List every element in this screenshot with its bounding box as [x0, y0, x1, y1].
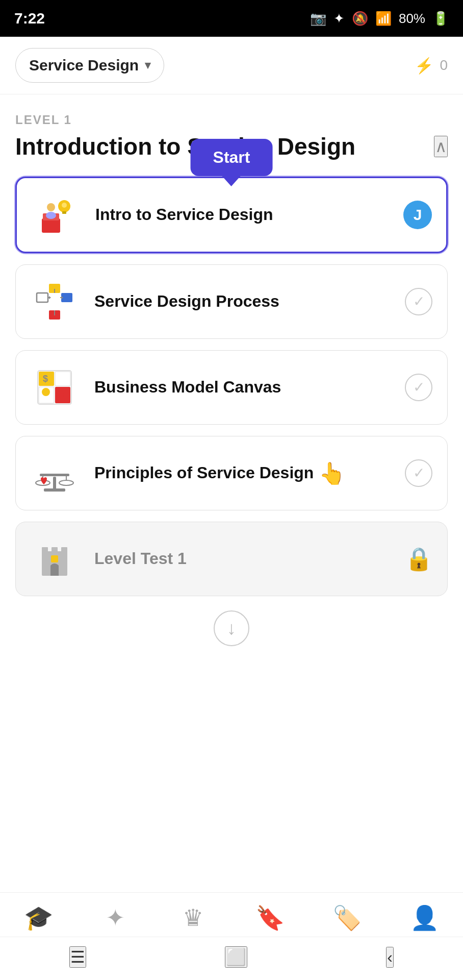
- svg-rect-19: [55, 372, 70, 386]
- header: Service Design ▾ ⚡ 0: [0, 37, 463, 94]
- svg-rect-35: [61, 547, 67, 554]
- flash-icon: ⚡: [415, 57, 433, 75]
- android-nav: ☰ ⬜ ‹: [0, 937, 463, 980]
- lesson-icon-canvas: $: [29, 362, 80, 413]
- profile-icon: 👤: [410, 904, 439, 932]
- lesson-card-canvas[interactable]: $ Business Model Canvas ✓: [15, 350, 448, 425]
- svg-rect-34: [52, 547, 58, 554]
- svg-rect-7: [37, 293, 48, 302]
- achievements-icon: ✦: [106, 904, 125, 932]
- start-tooltip: Start: [191, 139, 273, 176]
- svg-text:$: $: [43, 374, 48, 384]
- chevron-down-icon: ▾: [145, 59, 150, 72]
- lesson-status-principles: ✓: [403, 458, 434, 488]
- lesson-icon-process: [29, 276, 80, 327]
- svg-marker-15: [49, 296, 51, 299]
- svg-point-6: [62, 203, 67, 208]
- collapse-button[interactable]: ∧: [434, 136, 448, 157]
- home-icon: 🎓: [24, 904, 53, 932]
- status-icons: 📷 ✦ 🔕 📶 80% 🔋: [310, 11, 449, 27]
- lesson-status-process: ✓: [403, 286, 434, 317]
- svg-point-30: [59, 480, 73, 485]
- lesson-icon-intro: [30, 189, 81, 240]
- bluetooth-icon: ✦: [333, 11, 345, 27]
- nav-item-profile[interactable]: 👤: [386, 904, 463, 932]
- battery-icon: 🔋: [432, 11, 449, 27]
- bottom-nav: 🎓 ✦ ♛ 🔖 🏷️ 👤: [0, 892, 463, 937]
- wifi-icon: 📶: [375, 11, 392, 27]
- lesson-title-leveltest: Level Test 1: [94, 549, 403, 568]
- level-label: LEVEL 1: [15, 113, 448, 127]
- main-content: LEVEL 1 Introduction to Service Design ∧…: [0, 94, 463, 892]
- camera-icon: 📷: [310, 11, 326, 27]
- lesson-title-intro: Intro to Service Design: [95, 205, 402, 224]
- nav-item-achievements[interactable]: ✦: [77, 904, 154, 932]
- battery-text: 80%: [399, 11, 425, 27]
- svg-rect-3: [62, 211, 66, 214]
- lesson-icon-principles: [29, 448, 80, 499]
- svg-rect-26: [44, 488, 65, 492]
- scroll-hint: ↓: [15, 596, 448, 646]
- nav-item-saved[interactable]: 🔖: [232, 904, 308, 932]
- status-bar: 7:22 📷 ✦ 🔕 📶 80% 🔋: [0, 0, 463, 37]
- svg-rect-33: [42, 547, 48, 554]
- flash-count: 0: [440, 57, 448, 74]
- start-tooltip-wrapper: Start: [15, 177, 448, 253]
- nav-item-leaderboard[interactable]: ♛: [155, 904, 232, 932]
- svg-rect-0: [42, 218, 60, 233]
- lesson-card-process[interactable]: Service Design Process ✓: [15, 264, 448, 339]
- nav-item-home[interactable]: 🎓: [0, 904, 77, 932]
- lock-icon: 🔒: [405, 546, 433, 572]
- scroll-down-icon: ↓: [214, 610, 249, 646]
- lesson-card-principles[interactable]: Principles of Service Design 👆 ✓: [15, 436, 448, 510]
- android-back-button[interactable]: ‹: [386, 947, 394, 968]
- svg-point-5: [46, 212, 56, 219]
- header-right: ⚡ 0: [415, 57, 448, 75]
- lesson-title-canvas: Business Model Canvas: [94, 378, 403, 397]
- android-home-button[interactable]: ⬜: [225, 946, 247, 968]
- svg-point-4: [47, 203, 55, 211]
- saved-icon: 🔖: [255, 904, 285, 932]
- lesson-card-intro[interactable]: Intro to Service Design J: [15, 177, 448, 253]
- svg-point-23: [42, 388, 50, 396]
- tags-icon: 🏷️: [332, 904, 362, 932]
- check-icon-canvas: ✓: [405, 374, 432, 401]
- lesson-status-canvas: ✓: [403, 372, 434, 403]
- course-title: Service Design: [29, 57, 139, 74]
- svg-point-24: [57, 391, 64, 399]
- user-avatar-j: J: [403, 201, 432, 229]
- lesson-title-process: Service Design Process: [94, 292, 403, 311]
- mute-icon: 🔕: [352, 11, 368, 27]
- svg-rect-27: [40, 474, 69, 476]
- check-icon-principles: ✓: [405, 459, 432, 487]
- check-icon-process: ✓: [405, 288, 432, 315]
- leaderboard-icon: ♛: [183, 904, 203, 932]
- lesson-status-intro: J: [402, 200, 433, 230]
- lesson-card-leveltest: Level Test 1 🔒: [15, 522, 448, 596]
- lesson-status-leveltest: 🔒: [403, 544, 434, 574]
- lesson-list: Start: [15, 177, 448, 596]
- svg-rect-36: [51, 555, 58, 562]
- course-dropdown[interactable]: Service Design ▾: [15, 48, 164, 83]
- android-menu-button[interactable]: ☰: [69, 946, 86, 968]
- lesson-title-principles: Principles of Service Design: [94, 463, 403, 482]
- nav-item-tags[interactable]: 🏷️: [308, 904, 385, 932]
- lesson-icon-leveltest: [29, 533, 80, 584]
- status-time: 7:22: [14, 10, 45, 27]
- svg-rect-25: [53, 477, 56, 490]
